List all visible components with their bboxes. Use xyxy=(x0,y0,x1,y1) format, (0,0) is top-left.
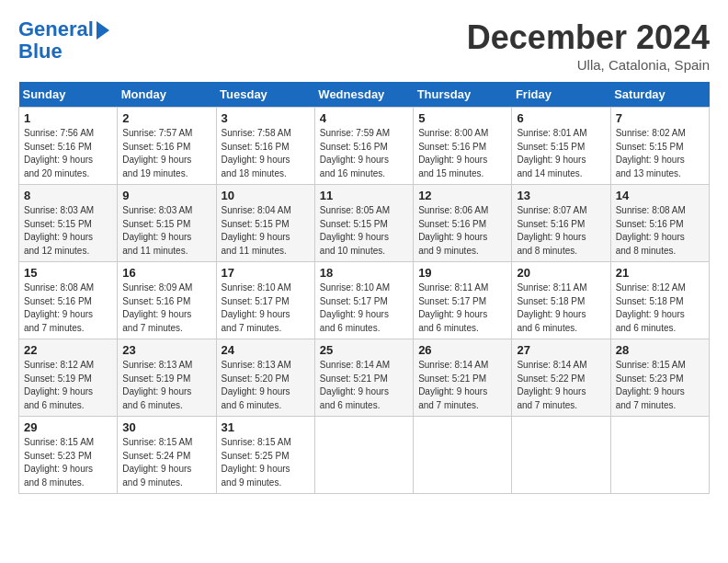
day-info: Sunrise: 8:15 AMSunset: 5:25 PMDaylight:… xyxy=(222,436,310,489)
day-info: Sunrise: 8:00 AMSunset: 5:16 PMDaylight:… xyxy=(418,127,506,180)
calendar-week-row: 15Sunrise: 8:08 AMSunset: 5:16 PMDayligh… xyxy=(19,262,710,339)
calendar-cell xyxy=(414,417,512,494)
col-monday: Monday xyxy=(118,82,216,108)
calendar-cell: 1Sunrise: 7:56 AMSunset: 5:16 PMDaylight… xyxy=(19,108,118,185)
calendar-cell: 25Sunrise: 8:14 AMSunset: 5:21 PMDayligh… xyxy=(314,339,413,417)
day-info: Sunrise: 7:57 AMSunset: 5:16 PMDaylight:… xyxy=(122,127,210,180)
day-number: 23 xyxy=(122,343,210,357)
calendar-cell: 14Sunrise: 8:08 AMSunset: 5:16 PMDayligh… xyxy=(610,185,709,262)
col-saturday: Saturday xyxy=(610,82,709,108)
day-number: 17 xyxy=(222,266,310,280)
day-info: Sunrise: 7:58 AMSunset: 5:16 PMDaylight:… xyxy=(222,127,310,180)
day-number: 13 xyxy=(517,189,605,202)
day-info: Sunrise: 8:11 AMSunset: 5:17 PMDaylight:… xyxy=(418,282,506,335)
day-number: 11 xyxy=(320,189,408,202)
location-subtitle: Ulla, Catalonia, Spain xyxy=(467,57,710,73)
calendar-cell: 27Sunrise: 8:14 AMSunset: 5:22 PMDayligh… xyxy=(512,339,610,417)
day-info: Sunrise: 8:10 AMSunset: 5:17 PMDaylight:… xyxy=(320,282,408,335)
calendar-cell: 19Sunrise: 8:11 AMSunset: 5:17 PMDayligh… xyxy=(414,262,512,339)
day-number: 19 xyxy=(418,266,506,280)
day-info: Sunrise: 8:14 AMSunset: 5:21 PMDaylight:… xyxy=(320,359,408,412)
day-info: Sunrise: 8:11 AMSunset: 5:18 PMDaylight:… xyxy=(517,282,605,335)
logo-text: General xyxy=(18,18,94,40)
day-info: Sunrise: 8:05 AMSunset: 5:15 PMDaylight:… xyxy=(320,204,408,258)
day-number: 22 xyxy=(24,343,112,357)
day-info: Sunrise: 8:02 AMSunset: 5:15 PMDaylight:… xyxy=(616,127,704,180)
day-info: Sunrise: 8:04 AMSunset: 5:15 PMDaylight:… xyxy=(222,204,310,258)
col-sunday: Sunday xyxy=(19,82,118,108)
day-number: 16 xyxy=(122,266,210,280)
day-number: 31 xyxy=(222,420,310,434)
day-info: Sunrise: 8:15 AMSunset: 5:23 PMDaylight:… xyxy=(616,359,704,412)
calendar-cell: 15Sunrise: 8:08 AMSunset: 5:16 PMDayligh… xyxy=(19,262,118,339)
day-info: Sunrise: 8:14 AMSunset: 5:21 PMDaylight:… xyxy=(418,359,506,412)
day-number: 1 xyxy=(24,111,112,125)
calendar-cell: 30Sunrise: 8:15 AMSunset: 5:24 PMDayligh… xyxy=(118,417,216,494)
calendar-week-row: 1Sunrise: 7:56 AMSunset: 5:16 PMDaylight… xyxy=(19,108,710,185)
calendar-cell: 21Sunrise: 8:12 AMSunset: 5:18 PMDayligh… xyxy=(610,262,709,339)
col-thursday: Thursday xyxy=(414,82,512,108)
day-number: 29 xyxy=(24,420,112,434)
col-friday: Friday xyxy=(512,82,610,108)
day-number: 12 xyxy=(418,189,506,202)
day-number: 2 xyxy=(122,111,210,125)
calendar-cell: 23Sunrise: 8:13 AMSunset: 5:19 PMDayligh… xyxy=(118,339,216,417)
day-info: Sunrise: 8:15 AMSunset: 5:24 PMDaylight:… xyxy=(122,436,210,489)
calendar-cell xyxy=(314,417,413,494)
calendar-week-row: 29Sunrise: 8:15 AMSunset: 5:23 PMDayligh… xyxy=(19,417,710,494)
day-info: Sunrise: 8:13 AMSunset: 5:19 PMDaylight:… xyxy=(122,359,210,412)
calendar-cell: 12Sunrise: 8:06 AMSunset: 5:16 PMDayligh… xyxy=(414,185,512,262)
day-number: 27 xyxy=(517,343,605,357)
calendar-cell: 8Sunrise: 8:03 AMSunset: 5:15 PMDaylight… xyxy=(19,185,118,262)
calendar-cell: 2Sunrise: 7:57 AMSunset: 5:16 PMDaylight… xyxy=(118,108,216,185)
calendar-week-row: 8Sunrise: 8:03 AMSunset: 5:15 PMDaylight… xyxy=(19,185,710,262)
day-number: 8 xyxy=(24,189,112,202)
month-title: December 2024 xyxy=(467,18,710,57)
day-info: Sunrise: 8:10 AMSunset: 5:17 PMDaylight:… xyxy=(222,282,310,335)
day-number: 10 xyxy=(222,189,310,202)
calendar-table: Sunday Monday Tuesday Wednesday Thursday… xyxy=(18,82,710,494)
day-number: 9 xyxy=(122,189,210,202)
calendar-cell: 31Sunrise: 8:15 AMSunset: 5:25 PMDayligh… xyxy=(216,417,314,494)
calendar-cell: 10Sunrise: 8:04 AMSunset: 5:15 PMDayligh… xyxy=(216,185,314,262)
day-number: 24 xyxy=(222,343,310,357)
calendar-cell: 17Sunrise: 8:10 AMSunset: 5:17 PMDayligh… xyxy=(216,262,314,339)
logo: General Blue xyxy=(18,18,109,63)
calendar-cell: 26Sunrise: 8:14 AMSunset: 5:21 PMDayligh… xyxy=(414,339,512,417)
calendar-header-row: Sunday Monday Tuesday Wednesday Thursday… xyxy=(19,82,710,108)
day-number: 3 xyxy=(222,111,310,125)
col-wednesday: Wednesday xyxy=(314,82,413,108)
day-number: 20 xyxy=(517,266,605,280)
calendar-cell: 4Sunrise: 7:59 AMSunset: 5:16 PMDaylight… xyxy=(314,108,413,185)
calendar-cell: 9Sunrise: 8:03 AMSunset: 5:15 PMDaylight… xyxy=(118,185,216,262)
calendar-cell: 28Sunrise: 8:15 AMSunset: 5:23 PMDayligh… xyxy=(610,339,709,417)
day-info: Sunrise: 7:59 AMSunset: 5:16 PMDaylight:… xyxy=(320,127,408,180)
title-block: December 2024 Ulla, Catalonia, Spain xyxy=(467,18,710,73)
day-info: Sunrise: 8:09 AMSunset: 5:16 PMDaylight:… xyxy=(122,282,210,335)
col-tuesday: Tuesday xyxy=(216,82,314,108)
day-info: Sunrise: 8:15 AMSunset: 5:23 PMDaylight:… xyxy=(24,436,112,489)
calendar-cell: 6Sunrise: 8:01 AMSunset: 5:15 PMDaylight… xyxy=(512,108,610,185)
calendar-cell xyxy=(610,417,709,494)
calendar-cell xyxy=(512,417,610,494)
day-number: 5 xyxy=(418,111,506,125)
day-info: Sunrise: 8:03 AMSunset: 5:15 PMDaylight:… xyxy=(24,204,112,258)
calendar-cell: 20Sunrise: 8:11 AMSunset: 5:18 PMDayligh… xyxy=(512,262,610,339)
day-number: 21 xyxy=(616,266,704,280)
day-number: 6 xyxy=(517,111,605,125)
calendar-cell: 18Sunrise: 8:10 AMSunset: 5:17 PMDayligh… xyxy=(314,262,413,339)
calendar-week-row: 22Sunrise: 8:12 AMSunset: 5:19 PMDayligh… xyxy=(19,339,710,417)
day-info: Sunrise: 8:13 AMSunset: 5:20 PMDaylight:… xyxy=(222,359,310,412)
day-info: Sunrise: 8:12 AMSunset: 5:19 PMDaylight:… xyxy=(24,359,112,412)
day-number: 28 xyxy=(616,343,704,357)
page-header: General Blue December 2024 Ulla, Catalon… xyxy=(18,18,710,73)
day-number: 7 xyxy=(616,111,704,125)
calendar-cell: 29Sunrise: 8:15 AMSunset: 5:23 PMDayligh… xyxy=(19,417,118,494)
calendar-cell: 16Sunrise: 8:09 AMSunset: 5:16 PMDayligh… xyxy=(118,262,216,339)
day-number: 14 xyxy=(616,189,704,202)
logo-arrow-icon xyxy=(97,21,109,40)
day-number: 18 xyxy=(320,266,408,280)
day-info: Sunrise: 8:08 AMSunset: 5:16 PMDaylight:… xyxy=(24,282,112,335)
calendar-cell: 22Sunrise: 8:12 AMSunset: 5:19 PMDayligh… xyxy=(19,339,118,417)
day-info: Sunrise: 8:14 AMSunset: 5:22 PMDaylight:… xyxy=(517,359,605,412)
